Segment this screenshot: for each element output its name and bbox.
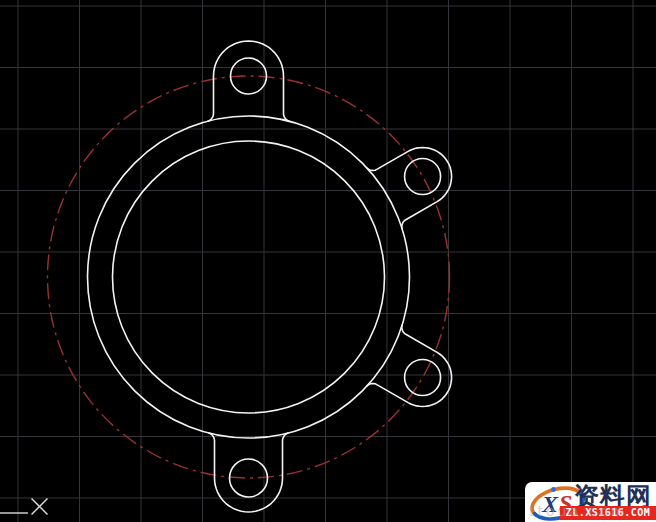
bolt-lug-outline[interactable]	[209, 433, 289, 512]
flange-inner-circle[interactable]	[113, 141, 385, 413]
logo-letter-x: X	[541, 491, 559, 517]
bolt-circle[interactable]	[48, 76, 450, 478]
bolt-hole-circle[interactable]	[405, 360, 441, 396]
watermark-badge: X S 资料网 ZL.XS1616.COM	[525, 482, 656, 522]
bolt-circle-centerline[interactable]	[48, 76, 450, 478]
watermark-url-strip: ZL.XS1616.COM	[560, 506, 656, 521]
flange-outer-circle[interactable]	[88, 116, 410, 438]
bolt-lugs[interactable]	[208, 41, 452, 512]
cad-canvas[interactable]	[0, 0, 656, 522]
flange-outline[interactable]	[88, 116, 410, 438]
grid-lines	[0, 0, 656, 522]
bolt-lug-outline[interactable]	[208, 41, 290, 121]
cursor-markers	[0, 499, 48, 515]
bolt-hole-circle[interactable]	[405, 159, 441, 195]
cad-drawing-area[interactable]: X S 资料网 ZL.XS1616.COM ttoua com	[0, 0, 656, 522]
